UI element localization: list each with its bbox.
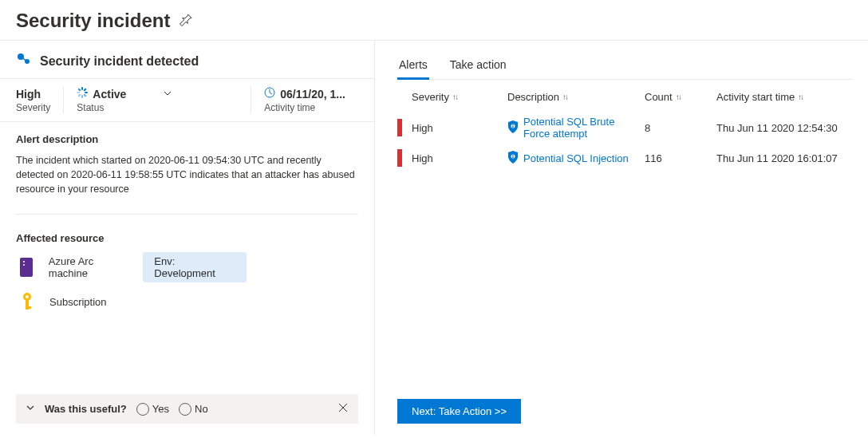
status-spinner-icon — [77, 87, 88, 101]
cell-activity: Thu Jun 11 2020 12:54:30 — [716, 122, 852, 134]
next-take-action-button[interactable]: Next: Take Action >> — [397, 399, 521, 424]
cell-severity: High — [412, 152, 499, 164]
sort-icon: ↑↓ — [676, 93, 681, 101]
cell-activity: Thu Jun 11 2020 16:01:07 — [716, 152, 852, 164]
svg-rect-23 — [512, 156, 513, 158]
table-header: Severity↑↓ Description↑↓ Count↑↓ Activit… — [397, 80, 852, 111]
activity-time-cell: 06/11/20, 1... Activity time — [251, 87, 358, 113]
status-cell[interactable]: Active Status — [63, 87, 251, 113]
cell-count: 8 — [645, 122, 708, 134]
cell-count: 116 — [645, 152, 708, 164]
resource-subscription-name: Subscription — [49, 296, 107, 308]
server-icon — [16, 256, 37, 278]
alert-link[interactable]: Potential SQL Injection — [523, 152, 629, 164]
svg-rect-11 — [20, 258, 33, 277]
svg-point-13 — [23, 264, 25, 266]
resource-row-machine[interactable]: Azure Arc machine Env: Development — [16, 252, 358, 282]
sort-icon: ↑↓ — [562, 93, 567, 101]
severity-bar — [397, 149, 402, 167]
svg-line-9 — [79, 89, 80, 90]
alert-description-body: The incident which started on 2020-06-11… — [16, 153, 358, 196]
cell-severity: High — [412, 122, 499, 134]
col-activity[interactable]: Activity start time↑↓ — [716, 91, 852, 103]
clock-icon — [264, 87, 275, 101]
chevron-down-icon[interactable] — [163, 88, 172, 101]
sort-icon: ↑↓ — [798, 93, 803, 101]
pin-icon[interactable] — [180, 14, 192, 29]
alert-description-heading: Alert description — [16, 133, 358, 145]
status-value: Active — [93, 88, 126, 101]
close-icon[interactable] — [337, 402, 349, 416]
severity-bar — [397, 119, 402, 136]
env-tag[interactable]: Env: Development — [143, 252, 247, 282]
radio-icon — [136, 403, 149, 416]
status-label: Status — [77, 102, 238, 113]
col-count[interactable]: Count↑↓ — [645, 91, 708, 103]
svg-rect-20 — [512, 126, 513, 128]
svg-line-3 — [85, 89, 85, 90]
left-pane: Security incident detected High Severity… — [0, 41, 375, 435]
right-pane: Alerts Take action Severity↑↓ Descriptio… — [375, 41, 868, 435]
key-icon — [16, 290, 38, 313]
table-row[interactable]: HighPotential SQL Brute Force attempt8Th… — [397, 111, 852, 144]
svg-point-15 — [26, 295, 29, 298]
table-row[interactable]: HighPotential SQL Injection116Thu Jun 11… — [397, 144, 852, 172]
detected-title: Security incident detected — [40, 54, 199, 69]
resource-machine-name: Azure Arc machine — [49, 255, 132, 279]
severity-label: Severity — [16, 102, 50, 113]
severity-value: High — [16, 88, 50, 101]
severity-cell: High Severity — [16, 88, 63, 113]
feedback-no[interactable]: No — [179, 403, 208, 416]
svg-line-7 — [79, 95, 80, 96]
incident-icon — [16, 52, 32, 70]
feedback-yes-label: Yes — [152, 403, 169, 415]
col-description[interactable]: Description↑↓ — [507, 91, 637, 103]
alert-link[interactable]: Potential SQL Brute Force attempt — [523, 116, 637, 140]
svg-rect-22 — [512, 155, 513, 156]
feedback-question: Was this useful? — [45, 403, 127, 415]
tabs: Alerts Take action — [397, 55, 852, 80]
activity-time-value: 06/11/20, 1... — [280, 88, 345, 101]
svg-line-5 — [85, 95, 85, 96]
chevron-down-icon[interactable] — [26, 403, 35, 415]
feedback-bar: Was this useful? Yes No — [16, 394, 358, 424]
radio-icon — [179, 403, 191, 416]
shield-icon — [507, 151, 519, 166]
page-title: Security incident — [16, 10, 170, 32]
col-severity[interactable]: Severity↑↓ — [412, 91, 499, 103]
feedback-no-label: No — [195, 403, 208, 415]
activity-time-label: Activity time — [264, 102, 345, 113]
affected-resource-heading: Affected resource — [16, 232, 358, 244]
svg-point-12 — [23, 261, 25, 262]
svg-rect-17 — [26, 306, 31, 309]
svg-rect-19 — [512, 124, 513, 125]
feedback-yes[interactable]: Yes — [136, 403, 169, 416]
resource-row-subscription[interactable]: Subscription — [16, 290, 358, 313]
sort-icon: ↑↓ — [452, 93, 457, 101]
shield-icon — [507, 120, 519, 136]
tab-take-action[interactable]: Take action — [448, 55, 508, 80]
tab-alerts[interactable]: Alerts — [397, 55, 429, 80]
